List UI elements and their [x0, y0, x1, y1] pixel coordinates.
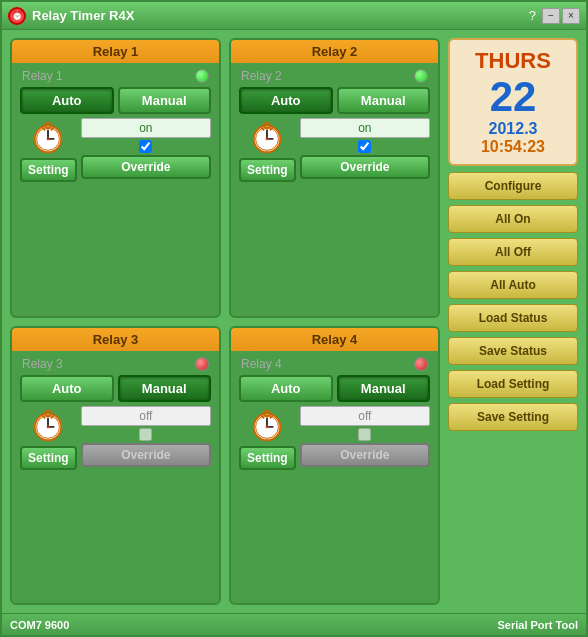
override-area-3: off Override [81, 406, 211, 467]
auto-button-4[interactable]: Auto [239, 375, 333, 402]
checkbox-row-3 [139, 428, 152, 441]
relay-body-2: Relay 2 Auto Manual [231, 69, 438, 182]
override-area-1: on Override [81, 118, 211, 179]
svg-point-28 [266, 425, 269, 428]
serial-tool-label: Serial Port Tool [498, 619, 578, 631]
auto-button-1[interactable]: Auto [20, 87, 114, 114]
relay-panel-1: Relay 1 Relay 1 Auto Manual [10, 38, 221, 318]
manual-button-1[interactable]: Manual [118, 87, 212, 114]
relay-bottom-3: Setting off Override [20, 406, 211, 470]
override-button-1[interactable]: Override [81, 155, 211, 179]
clock-area-4: Setting [239, 406, 296, 470]
relay-body-4: Relay 4 Auto Manual [231, 357, 438, 470]
auto-button-2[interactable]: Auto [239, 87, 333, 114]
override-checkbox-3[interactable] [139, 428, 152, 441]
on-off-display-3: off [81, 406, 211, 426]
on-off-display-2: on [300, 118, 430, 138]
clock-icon-2 [248, 118, 286, 156]
setting-button-3[interactable]: Setting [20, 446, 77, 470]
day-label: THURS [456, 48, 570, 74]
window-controls: − × [542, 8, 580, 24]
clock-icon-4 [248, 406, 286, 444]
relay-header-1: Relay 1 [12, 40, 219, 63]
checkbox-row-1 [139, 140, 152, 153]
help-button[interactable]: ? [529, 8, 536, 23]
relay-grid: Relay 1 Relay 1 Auto Manual [10, 38, 440, 605]
relay-bottom-1: Setting on Override [20, 118, 211, 182]
relay-label-4: Relay 4 [241, 357, 282, 371]
relay-indicator-4 [414, 357, 428, 371]
title-bar: ⏰ Relay Timer R4X ? − × [2, 2, 586, 30]
loadStatus-button[interactable]: Load Status [448, 304, 578, 332]
time-label: 10:54:23 [456, 138, 570, 156]
override-checkbox-1[interactable] [139, 140, 152, 153]
main-content: Relay 1 Relay 1 Auto Manual [2, 30, 586, 613]
relay-label-3: Relay 3 [22, 357, 63, 371]
setting-button-1[interactable]: Setting [20, 158, 77, 182]
auto-button-3[interactable]: Auto [20, 375, 114, 402]
on-off-display-4: off [300, 406, 430, 426]
manual-button-3[interactable]: Manual [118, 375, 212, 402]
close-button[interactable]: × [562, 8, 580, 24]
relay-buttons-2: Auto Manual [239, 87, 430, 114]
override-area-2: on Override [300, 118, 430, 179]
datetime-display: THURS 22 2012.3 10:54:23 [448, 38, 578, 166]
relay-body-1: Relay 1 Auto Manual [12, 69, 219, 182]
checkbox-row-2 [358, 140, 371, 153]
relay-label-1: Relay 1 [22, 69, 63, 83]
year-month-label: 2012.3 [456, 120, 570, 138]
relay-panel-3: Relay 3 Relay 3 Auto Manual [10, 326, 221, 606]
relay-panel-2: Relay 2 Relay 2 Auto Manual [229, 38, 440, 318]
loadSetting-button[interactable]: Load Setting [448, 370, 578, 398]
relay-header-3: Relay 3 [12, 328, 219, 351]
app-icon: ⏰ [8, 7, 26, 25]
relay-bottom-4: Setting off Override [239, 406, 430, 470]
clock-area-3: Setting [20, 406, 77, 470]
manual-button-2[interactable]: Manual [337, 87, 431, 114]
override-button-4: Override [300, 443, 430, 467]
allAuto-button[interactable]: All Auto [448, 271, 578, 299]
relay-indicator-2 [414, 69, 428, 83]
relay-buttons-1: Auto Manual [20, 87, 211, 114]
override-button-3: Override [81, 443, 211, 467]
relay-status-row-2: Relay 2 [239, 69, 430, 83]
on-off-display-1: on [81, 118, 211, 138]
svg-point-20 [47, 425, 50, 428]
relay-body-3: Relay 3 Auto Manual [12, 357, 219, 470]
main-window: ⏰ Relay Timer R4X ? − × Relay 1 Relay 1 … [0, 0, 588, 637]
relay-status-row-1: Relay 1 [20, 69, 211, 83]
relay-header-2: Relay 2 [231, 40, 438, 63]
override-area-4: off Override [300, 406, 430, 467]
override-checkbox-2[interactable] [358, 140, 371, 153]
side-buttons: ConfigureAll OnAll OffAll AutoLoad Statu… [448, 172, 578, 431]
clock-icon-3 [29, 406, 67, 444]
svg-point-4 [47, 137, 50, 140]
relay-buttons-3: Auto Manual [20, 375, 211, 402]
saveStatus-button[interactable]: Save Status [448, 337, 578, 365]
override-button-2[interactable]: Override [300, 155, 430, 179]
manual-button-4[interactable]: Manual [337, 375, 431, 402]
allOff-button[interactable]: All Off [448, 238, 578, 266]
right-panel: THURS 22 2012.3 10:54:23 ConfigureAll On… [448, 38, 578, 605]
saveSetting-button[interactable]: Save Setting [448, 403, 578, 431]
svg-point-12 [266, 137, 269, 140]
allOn-button[interactable]: All On [448, 205, 578, 233]
configure-button[interactable]: Configure [448, 172, 578, 200]
relay-header-4: Relay 4 [231, 328, 438, 351]
relay-status-row-3: Relay 3 [20, 357, 211, 371]
setting-button-4[interactable]: Setting [239, 446, 296, 470]
override-checkbox-4[interactable] [358, 428, 371, 441]
relay-indicator-1 [195, 69, 209, 83]
date-number: 22 [456, 74, 570, 120]
window-title: Relay Timer R4X [32, 8, 529, 23]
relay-panel-4: Relay 4 Relay 4 Auto Manual [229, 326, 440, 606]
relay-label-2: Relay 2 [241, 69, 282, 83]
relay-bottom-2: Setting on Override [239, 118, 430, 182]
relay-status-row-4: Relay 4 [239, 357, 430, 371]
setting-button-2[interactable]: Setting [239, 158, 296, 182]
minimize-button[interactable]: − [542, 8, 560, 24]
relay-buttons-4: Auto Manual [239, 375, 430, 402]
status-bar: COM7 9600 Serial Port Tool [2, 613, 586, 635]
clock-area-1: Setting [20, 118, 77, 182]
clock-icon-1 [29, 118, 67, 156]
